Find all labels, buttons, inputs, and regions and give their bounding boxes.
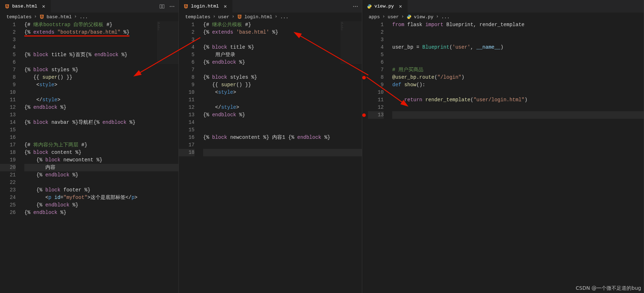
code-line[interactable]: {% block newcontent %} 内容1 {% endblock %… <box>203 134 362 141</box>
code-line[interactable] <box>203 119 362 126</box>
code-editor[interactable]: 12345678910111213from flask import Bluep… <box>362 21 644 293</box>
code-line[interactable]: def show(): <box>392 81 644 89</box>
code-content[interactable]: from flask import Blueprint, render_temp… <box>391 21 644 293</box>
code-line[interactable]: {% block footer %} <box>24 186 178 194</box>
token: block <box>212 74 227 80</box>
more-icon[interactable] <box>169 4 175 9</box>
code-line[interactable]: {% endblock %} <box>24 209 178 216</box>
code-line[interactable] <box>203 126 362 134</box>
code-line[interactable]: @user_bp.route("/login") <box>392 74 644 81</box>
code-editor[interactable]: 123456789101112131415161718{# 继承公共模板 #}{… <box>179 21 362 293</box>
breakpoint-dot[interactable] <box>362 76 366 79</box>
breadcrumb-item[interactable]: templates <box>185 14 210 20</box>
more-icon[interactable] <box>353 4 358 9</box>
code-line[interactable]: {% block styles %} <box>203 74 362 81</box>
breadcrumb-item[interactable]: ... <box>280 14 288 20</box>
breakpoint-dot[interactable] <box>362 113 366 117</box>
code-line[interactable] <box>392 89 644 96</box>
close-icon[interactable] <box>222 4 228 9</box>
code-line[interactable] <box>392 29 644 36</box>
close-icon[interactable] <box>398 4 403 9</box>
token: %} <box>57 210 66 215</box>
code-line[interactable]: # 用户买商品 <box>392 66 644 74</box>
breadcrumb-item[interactable]: base.html <box>46 14 72 20</box>
breadcrumb[interactable]: templatesbase.html... <box>0 13 178 21</box>
code-line[interactable] <box>24 36 178 44</box>
code-editor[interactable]: 1234567891011121314151617181920212223242… <box>0 21 178 293</box>
code-line[interactable] <box>24 134 178 141</box>
code-line[interactable]: {% endblock %} <box>203 59 362 66</box>
code-line[interactable]: 用户登录 <box>203 51 362 59</box>
code-line[interactable]: {% block title %} <box>203 44 362 51</box>
code-line[interactable] <box>203 141 362 149</box>
token: endblock <box>33 210 57 215</box>
split-icon[interactable] <box>159 4 165 9</box>
breadcrumb-item[interactable]: view.py <box>414 14 433 20</box>
code-line[interactable]: {% endblock %} <box>24 201 178 209</box>
code-line[interactable] <box>24 89 178 96</box>
code-line[interactable]: {% block styles %} <box>24 66 178 74</box>
breadcrumb-item[interactable]: templates <box>6 14 31 20</box>
breadcrumb-item[interactable]: apps <box>369 14 380 20</box>
breadcrumb-item[interactable]: user <box>218 14 229 20</box>
code-line[interactable]: {{ super() }} <box>24 74 178 81</box>
code-line[interactable]: {% block navbar %}导航栏{% endblock %} <box>24 119 178 126</box>
tab-view-py[interactable]: view.py <box>362 0 408 13</box>
code-line[interactable]: {% endblock %} <box>24 171 178 179</box>
code-line[interactable]: <style> <box>24 81 178 89</box>
code-content[interactable]: {# 继承公共模板 #}{% extends 'base.html' %}{% … <box>202 21 362 293</box>
close-icon[interactable] <box>41 4 46 9</box>
code-line[interactable] <box>392 104 644 111</box>
token: "bootstrap/base.html" <box>57 29 120 35</box>
code-line[interactable]: {% extends "bootstrap/base.html" %} <box>24 29 178 36</box>
code-line[interactable] <box>24 59 178 66</box>
code-line[interactable]: {% block title %}首页{% endblock %} <box>24 51 178 59</box>
code-content[interactable]: {# 继承bootstrap 自带的父模板 #}{% extends "boot… <box>23 21 178 293</box>
code-line[interactable]: {{ super() }} <box>203 81 362 89</box>
breadcrumb-item[interactable]: ... <box>79 14 88 20</box>
code-line[interactable] <box>203 66 362 74</box>
code-line[interactable] <box>24 126 178 134</box>
code-line[interactable]: {# 继承公共模板 #} <box>203 21 362 29</box>
token: {% <box>24 29 33 35</box>
code-line[interactable]: user_bp = Blueprint('user', __name__) <box>392 44 644 51</box>
tab-login-html[interactable]: login.html <box>179 0 233 13</box>
tab-base-html[interactable]: base.html <box>0 0 51 13</box>
line-number: 4 <box>368 44 384 51</box>
code-line[interactable]: <p id="myfoot">这个是底部标签</p> <box>24 194 178 201</box>
code-line[interactable]: {% extends 'base.html' %} <box>203 29 362 36</box>
code-line[interactable]: </style> <box>203 104 362 111</box>
code-line[interactable] <box>392 59 644 66</box>
code-line[interactable]: {% endblock %} <box>203 111 362 119</box>
code-line[interactable]: <style> <box>203 89 362 96</box>
code-line[interactable] <box>24 111 178 119</box>
code-line[interactable] <box>24 44 178 51</box>
code-line[interactable] <box>392 36 644 44</box>
code-line[interactable] <box>203 149 362 156</box>
code-line[interactable] <box>203 96 362 104</box>
code-line[interactable]: {% block content %} <box>24 149 178 156</box>
code-line[interactable]: {% endblock %} <box>24 104 178 111</box>
minimap[interactable]: ▬▬▬▬▬▬▬▬▬▬▬▬▬▬▬▬▬▬▬▬▬▬▬▬▬▬▬▬ <box>340 21 362 64</box>
code-line[interactable]: {# 继承bootstrap 自带的父模板 #} <box>24 21 178 29</box>
breakpoint-gutter[interactable] <box>362 21 368 293</box>
code-line[interactable] <box>392 111 644 119</box>
code-line[interactable]: {# 将内容分为上下两层 #} <box>24 141 178 149</box>
code-line[interactable]: </style> <box>24 96 178 104</box>
token: {% <box>24 210 33 215</box>
minimap[interactable]: ▬▬▬▬▬▬▬▬▬▬▬▬▬▬▬▬▬▬▬▬▬▬▬▬▬▬▬▬ <box>157 21 178 64</box>
code-line[interactable]: return render_template("user/login.html"… <box>392 96 644 104</box>
code-line[interactable] <box>203 36 362 44</box>
breadcrumb[interactable]: appsuserview.py... <box>362 13 644 21</box>
token <box>401 82 404 88</box>
code-line[interactable] <box>392 51 644 59</box>
breadcrumb-item[interactable]: ... <box>441 14 449 20</box>
code-line[interactable]: {% block newcontent %} <box>24 156 178 164</box>
breadcrumb[interactable]: templatesuserlogin.html... <box>179 13 362 21</box>
token <box>51 195 54 200</box>
code-line[interactable] <box>24 179 178 186</box>
breadcrumb-item[interactable]: login.html <box>244 14 272 20</box>
code-line[interactable]: from flask import Blueprint, render_temp… <box>392 21 644 29</box>
code-line[interactable]: 内容 <box>24 164 178 171</box>
breadcrumb-item[interactable]: user <box>388 14 399 20</box>
